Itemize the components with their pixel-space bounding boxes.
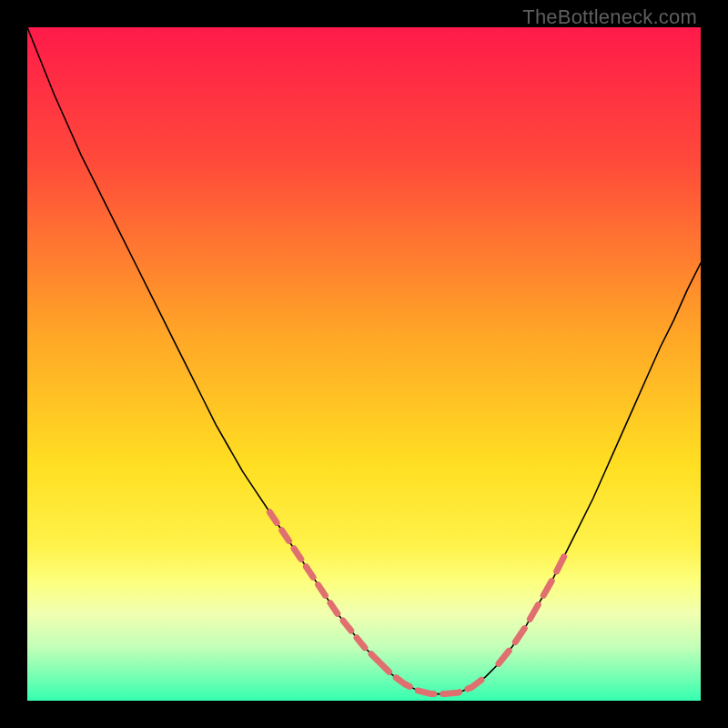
chart-background bbox=[27, 27, 701, 701]
chart-frame bbox=[27, 27, 701, 701]
watermark-text: TheBottleneck.com bbox=[522, 5, 697, 29]
chart-svg bbox=[27, 27, 701, 701]
